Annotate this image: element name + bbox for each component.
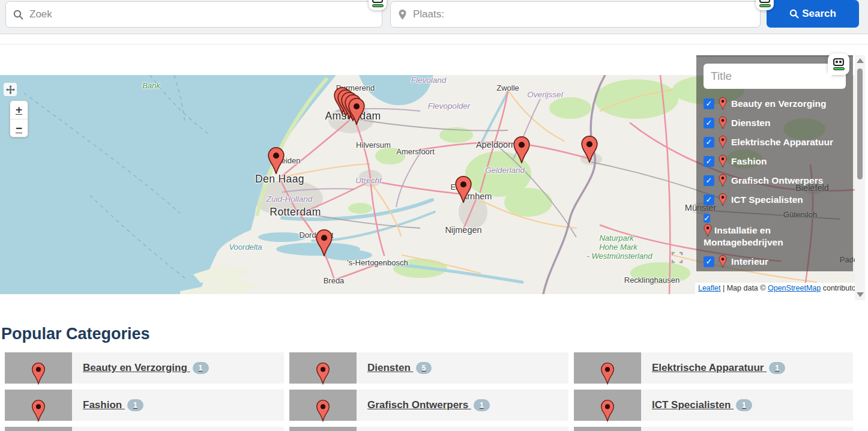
category-link[interactable]: Fashion 1 (83, 399, 143, 411)
legend-item-label: Diensten (731, 118, 770, 128)
category-count-badge: 1 (127, 399, 143, 411)
marker-icon (719, 155, 727, 167)
map-place-label: Gelderland (485, 166, 525, 175)
marker-icon (719, 136, 727, 148)
legend-item: ✓Installatie en Montagebedrijven (704, 212, 846, 249)
search-toolbar: Search (0, 0, 868, 34)
map-attribution: Leaflet | Map data © OpenStreetMap contr… (695, 283, 865, 294)
openstreetmap-link[interactable]: OpenStreetMap (768, 284, 821, 292)
map-place-label: Overijssel (527, 90, 562, 99)
zoom-out-button[interactable]: − (10, 119, 28, 137)
map-marker-icon[interactable] (581, 136, 598, 163)
location-pin-icon (398, 9, 407, 20)
zoom-control: + − (10, 100, 28, 137)
category-label: ICT Specialisten (652, 399, 734, 411)
location-search-input[interactable] (412, 8, 753, 21)
search-button[interactable]: Search (767, 0, 859, 28)
category-image (289, 390, 357, 421)
category-count-badge: 1 (736, 399, 752, 411)
category-image (5, 427, 72, 431)
map-place-label: Naturpark (599, 234, 633, 243)
robot-face-icon (833, 58, 844, 66)
map-place-label: Voordelta (229, 243, 262, 252)
map-place-label: Den Haag (255, 173, 304, 185)
marker-icon (719, 255, 727, 268)
leaflet-link[interactable]: Leaflet (698, 284, 721, 292)
category-image (574, 427, 641, 431)
category-count-badge: 5 (416, 362, 432, 374)
category-checkbox[interactable]: ✓ (704, 118, 714, 128)
map-place-label: Recklinghausen (624, 276, 680, 285)
legend-item-label: Interieur (731, 256, 768, 267)
marker-icon (704, 224, 712, 237)
category-checkbox[interactable]: ✓ (704, 214, 710, 223)
map-marker-icon[interactable] (455, 176, 472, 203)
category-card: ICT Specialisten 1 (574, 390, 853, 421)
marker-icon (719, 97, 727, 110)
password-assistant-icon[interactable] (828, 53, 849, 75)
fullscreen-button[interactable] (4, 83, 17, 96)
category-count-badge: 1 (769, 362, 785, 374)
map-place-label: Nijmegen (445, 225, 481, 235)
category-link[interactable]: Diensten 5 (367, 362, 432, 374)
legend-item-label: Fashion (731, 156, 767, 167)
map-marker-icon[interactable] (348, 98, 365, 125)
category-image (574, 390, 641, 421)
map-place-label: Apeldoorn (476, 140, 516, 149)
map-marker-icon[interactable] (513, 136, 530, 163)
marker-icon (719, 193, 727, 206)
legend-item: ✓Elektrische Apparatuur (704, 136, 846, 148)
category-count-badge: 1 (474, 399, 490, 411)
category-card: Beauty en Verzorging 1 (5, 352, 284, 384)
category-link[interactable]: ICT Specialisten 1 (652, 399, 752, 411)
category-marker-icon (316, 399, 330, 422)
robot-face-icon (372, 0, 383, 3)
scrollbar-thumb[interactable] (857, 68, 863, 179)
category-card (5, 427, 284, 431)
category-image (5, 390, 72, 421)
category-link[interactable]: Elektrische Apparatuur 1 (652, 362, 785, 374)
password-assistant-icon[interactable] (756, 0, 774, 10)
category-label: Fashion (83, 399, 125, 411)
legend-title-input[interactable] (704, 64, 846, 89)
category-checkbox[interactable]: ✓ (704, 256, 714, 267)
category-marker-icon (316, 362, 330, 385)
legend-item-label: Installatie en Montagebedrijven (704, 225, 783, 247)
category-checkbox[interactable]: ✓ (704, 156, 714, 167)
map-marker-icon[interactable] (316, 229, 333, 256)
expand-arrows-icon (6, 85, 15, 94)
keyword-search-field[interactable] (5, 1, 382, 28)
legend-item: ✓ICT Specialisten (704, 193, 846, 206)
category-count-badge: 1 (193, 362, 209, 374)
scroll-down-arrow-icon[interactable] (857, 292, 864, 297)
scroll-up-arrow-icon[interactable] (857, 58, 864, 63)
robot-face-icon (759, 0, 770, 3)
map-place-label: Hilversum (356, 140, 391, 149)
map-marker-icon[interactable] (268, 147, 285, 174)
category-card (289, 427, 568, 431)
map-place-label: Zuid-Holland (267, 194, 313, 203)
category-filter-panel: ✓Beauty en Verzorging✓Diensten✓Elektrisc… (696, 55, 853, 271)
map-place-label: 's-Hertogenbosch (347, 258, 408, 267)
category-marker-icon (601, 399, 614, 422)
category-checkbox[interactable]: ✓ (704, 137, 714, 148)
category-checkbox[interactable]: ✓ (704, 175, 714, 186)
category-link[interactable]: Beauty en Verzorging 1 (83, 362, 209, 374)
map-place-label: Hohe Mark (599, 243, 637, 252)
password-assistant-icon[interactable] (369, 0, 387, 10)
map-place-label: Zwolle (496, 83, 519, 92)
location-search-field[interactable] (390, 1, 761, 28)
category-label: Elektrische Apparatuur (652, 362, 767, 374)
category-checkbox[interactable]: ✓ (704, 194, 714, 205)
legend-scrollbar[interactable] (855, 55, 865, 300)
category-card: Elektrische Apparatuur 1 (574, 352, 853, 384)
category-image (289, 427, 357, 431)
zoom-in-button[interactable]: + (10, 101, 28, 119)
attribution-text: | Map data © (721, 284, 768, 292)
category-checkbox[interactable]: ✓ (704, 98, 714, 109)
category-link[interactable]: Grafisch Ontwerpers 1 (367, 399, 490, 411)
legend-item: ✓Interieur (704, 255, 846, 268)
category-image (289, 352, 357, 384)
category-card: Diensten 5 (289, 352, 568, 384)
keyword-search-input[interactable] (28, 8, 375, 21)
